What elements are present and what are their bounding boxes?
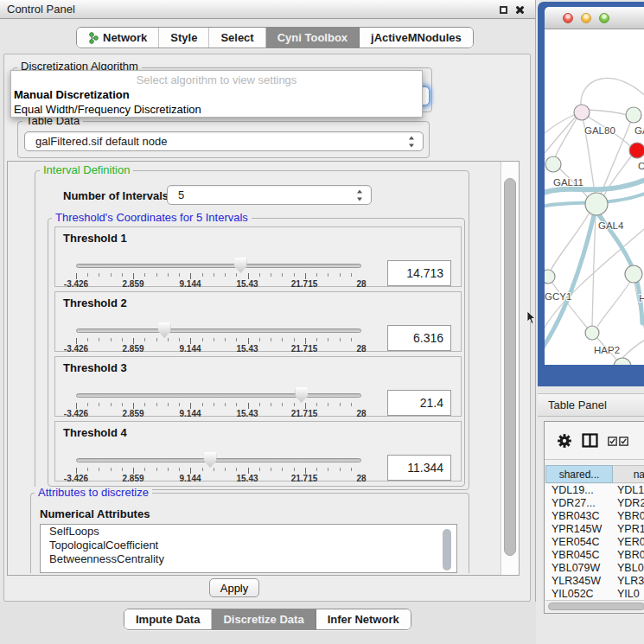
- scale-tick-label: 28: [356, 409, 366, 418]
- checkbox-icon[interactable]: [619, 437, 628, 446]
- numerical-attributes-list[interactable]: SelfLoops TopologicalCoefficient Between…: [40, 524, 457, 573]
- network-node[interactable]: [626, 107, 641, 123]
- vertical-scrollbar-thumb[interactable]: [504, 178, 516, 556]
- network-window-titlebar[interactable]: [545, 7, 644, 29]
- mac-minimize-button[interactable]: [581, 13, 591, 23]
- scale-tick-label: 9.144: [179, 409, 201, 418]
- threshold-value-field[interactable]: 14.713: [387, 260, 451, 286]
- float-window-icon[interactable]: [500, 6, 507, 14]
- table-row[interactable]: YDL19... YDL1: [545, 484, 644, 497]
- table-row[interactable]: YBR043C YBR0: [545, 510, 644, 523]
- slider-thumb[interactable]: [295, 387, 308, 403]
- cell-name[interactable]: YDR2: [613, 497, 644, 510]
- tab-select[interactable]: Select: [209, 28, 265, 48]
- table-rows: YDL19... YDL1 YDR27... YDR2 YBR043C YBR0…: [545, 484, 644, 600]
- column-header-shared-name[interactable]: shared...: [545, 465, 613, 483]
- threshold-value-field[interactable]: 6.316: [387, 325, 451, 351]
- table-row[interactable]: YER054C YER0: [545, 536, 644, 549]
- threshold-slider[interactable]: -3.426 2.859 9.144 15.43 21.715 28: [76, 455, 361, 481]
- cell-name[interactable]: YPR1: [613, 523, 644, 536]
- list-scrollbar-thumb[interactable]: [443, 529, 451, 571]
- list-item[interactable]: BetweennessCentrality: [41, 552, 456, 566]
- network-node[interactable]: [545, 270, 555, 284]
- slider-thumb[interactable]: [204, 452, 217, 468]
- threshold-slider[interactable]: -3.426 2.859 9.144 15.43 21.715 28: [76, 325, 361, 351]
- network-node-label: GCY1: [545, 291, 571, 302]
- split-columns-icon[interactable]: [582, 433, 598, 448]
- threshold-label: Threshold 4: [63, 426, 127, 439]
- mac-close-button[interactable]: [563, 13, 573, 23]
- slider-track[interactable]: [76, 393, 361, 398]
- slider-scale: -3.426 2.859 9.144 15.43 21.715 28: [76, 279, 361, 290]
- table-data-combobox[interactable]: galFiltered.sif default node: [24, 131, 424, 151]
- vertical-scrollbar[interactable]: [501, 162, 519, 575]
- threshold-slider[interactable]: -3.426 2.859 9.144 15.43 21.715 28: [76, 390, 361, 416]
- option-manual-discretization[interactable]: Manual Discretization: [14, 88, 130, 101]
- horizontal-scrollbar[interactable]: [545, 600, 644, 612]
- cell-name[interactable]: YDL1: [613, 484, 644, 497]
- number-of-intervals-value: 5: [178, 188, 184, 201]
- cell-shared-name[interactable]: YBR043C: [545, 510, 613, 523]
- cell-name[interactable]: YER0: [613, 536, 644, 549]
- cell-shared-name[interactable]: YLR345W: [545, 575, 613, 588]
- checkbox-icon[interactable]: [608, 437, 617, 446]
- option-equal-width-frequency[interactable]: Equal Width/Frequency Discretization: [14, 103, 201, 116]
- tab-jactivemnodules[interactable]: jActiveMNodules: [360, 28, 473, 48]
- cell-name[interactable]: YIL0: [613, 588, 644, 600]
- threshold-value-field[interactable]: 21.4: [387, 390, 451, 416]
- tab-impute-data[interactable]: Impute Data: [124, 609, 212, 629]
- mac-zoom-button[interactable]: [599, 13, 609, 23]
- slider-track[interactable]: [76, 458, 361, 462]
- tab-infer-network[interactable]: Infer Network: [316, 609, 411, 629]
- cell-shared-name[interactable]: YBR045C: [545, 549, 613, 562]
- cell-name[interactable]: YBL0: [613, 562, 644, 575]
- network-node[interactable]: [585, 326, 599, 340]
- table-row[interactable]: YIL052C YIL0: [545, 588, 644, 600]
- threshold-label: Threshold 3: [63, 361, 127, 374]
- slider-thumb[interactable]: [234, 258, 247, 273]
- slider-thumb[interactable]: [158, 322, 171, 338]
- network-node[interactable]: [629, 143, 644, 158]
- network-node[interactable]: [585, 193, 608, 215]
- table-row[interactable]: YBR045C YBR0: [545, 549, 644, 562]
- table-row[interactable]: YPR145W YPR1: [545, 523, 644, 536]
- network-node[interactable]: [545, 156, 561, 172]
- cell-shared-name[interactable]: YDL19...: [545, 484, 613, 497]
- cell-shared-name[interactable]: YER054C: [545, 536, 613, 549]
- table-row[interactable]: YBL079W YBL0: [545, 562, 644, 575]
- tab-discretize-data[interactable]: Discretize Data: [212, 609, 316, 629]
- column-header-name[interactable]: na: [613, 465, 644, 483]
- tab-style[interactable]: Style: [159, 28, 209, 48]
- cell-shared-name[interactable]: YDR27...: [545, 497, 613, 510]
- cell-shared-name[interactable]: YPR145W: [545, 523, 613, 536]
- tab-cyni-toolbox[interactable]: Cyni Toolbox: [266, 28, 360, 48]
- table-header-row: shared... na: [545, 465, 644, 483]
- cell-name[interactable]: YBR0: [613, 549, 644, 562]
- table-row[interactable]: YLR345W YLR3: [545, 575, 644, 588]
- number-of-intervals-combobox[interactable]: 5: [167, 185, 372, 205]
- settings-gear-icon[interactable]: [557, 433, 572, 449]
- cell-name[interactable]: YBR0: [613, 510, 644, 523]
- slider-track[interactable]: [76, 328, 361, 333]
- close-icon[interactable]: [515, 5, 525, 15]
- list-item[interactable]: TopologicalCoefficient: [41, 539, 456, 552]
- table-row[interactable]: YDR27... YDR2: [545, 497, 644, 510]
- cell-shared-name[interactable]: YIL052C: [545, 588, 613, 600]
- slider-track[interactable]: [76, 264, 361, 268]
- updown-arrows-icon: [356, 189, 364, 201]
- apply-button[interactable]: Apply: [209, 578, 259, 597]
- attributes-group-title: Attributes to discretize: [35, 487, 152, 499]
- tab-network[interactable]: Network: [77, 28, 159, 48]
- horizontal-scrollbar-thumb[interactable]: [548, 603, 644, 610]
- threshold-slider[interactable]: -3.426 2.859 9.144 15.43 21.715 28: [76, 260, 361, 286]
- cell-shared-name[interactable]: YBL079W: [545, 562, 613, 575]
- network-node-label: H: [639, 293, 644, 303]
- threshold-value-field[interactable]: 11.344: [387, 455, 451, 481]
- network-node[interactable]: [574, 105, 590, 120]
- control-panel-titlebar[interactable]: Control Panel: [0, 0, 535, 19]
- bottom-tabbar: Impute Data Discretize Data Infer Networ…: [124, 609, 411, 630]
- list-item[interactable]: SelfLoops: [41, 525, 456, 539]
- network-node[interactable]: [625, 265, 642, 283]
- cell-name[interactable]: YLR3: [613, 575, 644, 588]
- network-canvas[interactable]: GAL80GACGAL11GAL4GCY1HHAP2: [545, 29, 644, 365]
